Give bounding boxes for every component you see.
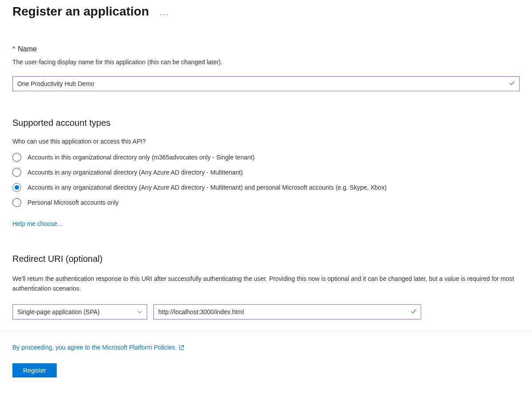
page-title: Register an application	[12, 4, 149, 19]
redirect-uri-input[interactable]	[153, 304, 421, 319]
account-types-heading: Supported account types	[12, 118, 520, 128]
platform-policies-link[interactable]: By proceeding, you agree to the Microsof…	[12, 344, 184, 351]
radio-label: Accounts in this organizational director…	[27, 154, 254, 161]
redirect-uri-description: We'll return the authentication response…	[12, 274, 520, 294]
name-label: *Name	[12, 45, 520, 53]
radio-label: Accounts in any organizational directory…	[27, 169, 243, 176]
radio-label: Personal Microsoft accounts only	[27, 199, 118, 206]
radio-icon	[12, 198, 21, 207]
name-label-text: Name	[18, 45, 37, 53]
account-type-radio[interactable]: Accounts in any organizational directory…	[12, 183, 520, 192]
platform-select-value: Single-page application (SPA)	[17, 308, 100, 315]
platform-select[interactable]: Single-page application (SPA)	[12, 304, 147, 319]
external-link-icon	[179, 345, 184, 352]
name-input[interactable]	[12, 76, 520, 91]
account-types-description: Who can use this application or access t…	[12, 138, 520, 145]
account-type-radio[interactable]: Accounts in this organizational director…	[12, 153, 520, 162]
chevron-down-icon	[137, 309, 142, 315]
required-star-icon: *	[12, 45, 15, 53]
radio-icon	[12, 168, 21, 177]
redirect-uri-heading: Redirect URI (optional)	[12, 254, 520, 264]
more-actions-button[interactable]: ···	[158, 8, 171, 20]
account-type-radio[interactable]: Accounts in any organizational directory…	[12, 168, 520, 177]
radio-label: Accounts in any organizational directory…	[27, 184, 387, 191]
platform-policies-text: By proceeding, you agree to the Microsof…	[12, 344, 175, 351]
name-description: The user-facing display name for this ap…	[12, 58, 520, 66]
radio-icon	[12, 183, 21, 192]
radio-icon	[12, 153, 21, 162]
account-types-radio-group: Accounts in this organizational director…	[12, 153, 520, 207]
help-me-choose-link[interactable]: Help me choose...	[12, 220, 63, 227]
account-type-radio[interactable]: Personal Microsoft accounts only	[12, 198, 520, 207]
divider	[0, 332, 532, 332]
register-button[interactable]: Register	[12, 363, 57, 377]
